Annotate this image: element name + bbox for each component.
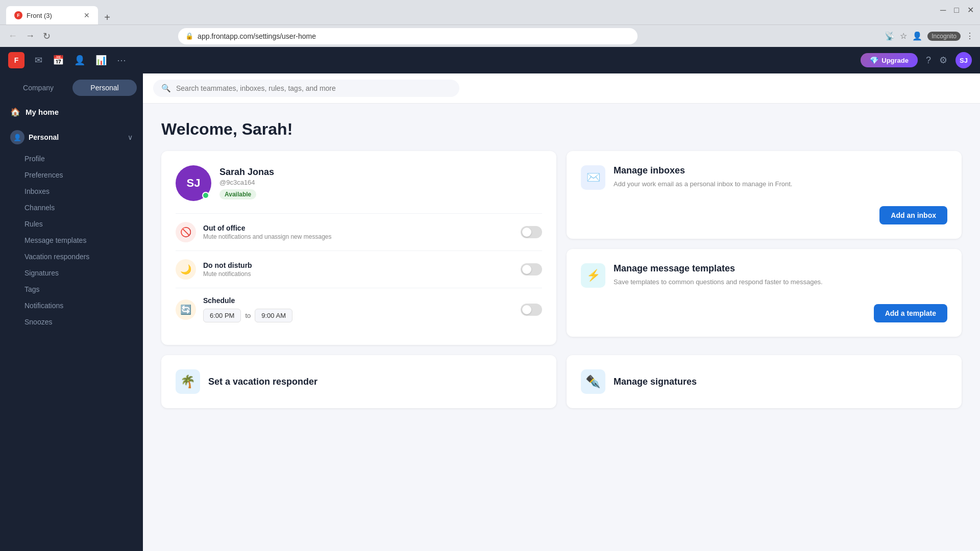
manage-templates-desc: Save templates to common questions and r… — [614, 277, 823, 287]
company-tab[interactable]: Company — [6, 80, 70, 96]
upgrade-button[interactable]: 💎 Upgrade — [861, 53, 918, 67]
personal-section-chevron: ∨ — [128, 133, 133, 141]
back-button[interactable]: ← — [6, 29, 19, 43]
forward-button[interactable]: → — [23, 29, 37, 43]
sidebar-item-snoozes[interactable]: Snoozes — [0, 314, 143, 330]
online-status-dot — [202, 192, 209, 199]
sidebar-item-profile[interactable]: Profile — [0, 151, 143, 167]
search-input[interactable] — [176, 84, 451, 92]
sidebar-item-vacation-responders[interactable]: Vacation responders — [0, 248, 143, 265]
tab-close-btn[interactable]: ✕ — [84, 11, 90, 19]
user-avatar: SJ — [176, 165, 211, 201]
profile-card: SJ Sarah Jonas @9c3ca164 Available 🚫 — [161, 151, 556, 345]
search-icon: 🔍 — [161, 84, 171, 93]
welcome-title: Welcome, Sarah! — [161, 120, 962, 139]
sidebar-item-preferences[interactable]: Preferences — [0, 167, 143, 183]
app-logo: F — [8, 52, 24, 68]
personal-section-header[interactable]: 👤 Personal ∨ — [0, 126, 143, 148]
manage-signatures-icon: ✒️ — [581, 369, 605, 394]
manage-signatures-card: ✒️ Manage signatures — [567, 355, 962, 408]
bookmark-icon[interactable]: ☆ — [900, 31, 907, 41]
do-not-disturb-row: 🌙 Do not disturb Mute notifications — [176, 251, 542, 288]
schedule-icon: 🔄 — [176, 299, 196, 320]
more-icon[interactable]: ⋯ — [115, 53, 128, 68]
manage-inboxes-icon: ✉️ — [581, 165, 605, 190]
tab-title: Front (3) — [27, 12, 80, 19]
manage-inboxes-title: Manage inboxes — [614, 165, 792, 176]
sidebar-item-channels[interactable]: Channels — [0, 199, 143, 216]
do-not-disturb-toggle[interactable] — [521, 263, 542, 276]
vacation-responder-title: Set a vacation responder — [208, 377, 317, 387]
contacts-icon[interactable]: 👤 — [72, 53, 87, 68]
sidebar-item-rules[interactable]: Rules — [0, 216, 143, 232]
my-home-nav-item[interactable]: 🏠 My home — [0, 102, 143, 122]
schedule-title: Schedule — [203, 296, 513, 305]
address-text: app.frontapp.com/settings/user-home — [198, 32, 630, 40]
analytics-icon[interactable]: 📊 — [93, 53, 109, 68]
home-icon: 🏠 — [10, 107, 20, 117]
more-options-icon[interactable]: ⋮ — [966, 31, 974, 41]
manage-inboxes-desc: Add your work email as a personal inbox … — [614, 179, 792, 189]
help-button[interactable]: ? — [926, 55, 931, 66]
sidebar-item-message-templates[interactable]: Message templates — [0, 232, 143, 248]
schedule-toggle[interactable] — [521, 304, 542, 316]
maximize-button[interactable]: □ — [954, 6, 959, 15]
sidebar-item-inboxes[interactable]: Inboxes — [0, 183, 143, 199]
availability-status: Available — [219, 189, 256, 199]
vacation-responder-icon: 🌴 — [176, 369, 200, 394]
sidebar-item-signatures[interactable]: Signatures — [0, 265, 143, 281]
user-handle: @9c3ca164 — [219, 179, 542, 186]
minimize-button[interactable]: ─ — [940, 6, 946, 15]
sidebar-item-tags[interactable]: Tags — [0, 281, 143, 297]
personal-tab[interactable]: Personal — [72, 80, 137, 96]
page-content: Welcome, Sarah! SJ Sarah Jonas @9c3ca164… — [143, 104, 980, 551]
address-bar[interactable]: 🔒 app.frontapp.com/settings/user-home — [178, 28, 638, 44]
manage-templates-card: ⚡ Manage message templates Save template… — [567, 249, 962, 337]
upgrade-icon: 💎 — [870, 56, 878, 64]
out-of-office-toggle[interactable] — [521, 226, 542, 238]
manage-inboxes-card: ✉️ Manage inboxes Add your work email as… — [567, 151, 962, 239]
user-name: Sarah Jonas — [219, 167, 542, 178]
active-tab[interactable]: F Front (3) ✕ — [6, 6, 98, 24]
sidebar: Company Personal 🏠 My home 👤 Personal ∨ … — [0, 73, 143, 551]
cast-icon[interactable]: 📡 — [885, 31, 895, 41]
manage-templates-title: Manage message templates — [614, 263, 823, 274]
settings-button[interactable]: ⚙ — [939, 55, 947, 66]
out-of-office-icon: 🚫 — [176, 222, 196, 242]
out-of-office-desc: Mute notifications and unassign new mess… — [203, 233, 513, 240]
add-template-button[interactable]: Add a template — [874, 304, 947, 322]
calendar-icon[interactable]: 📅 — [51, 53, 66, 68]
lock-icon: 🔒 — [185, 32, 193, 40]
manage-signatures-title: Manage signatures — [614, 377, 697, 387]
do-not-disturb-desc: Mute notifications — [203, 270, 513, 278]
inbox-icon[interactable]: ✉ — [33, 53, 44, 68]
refresh-button[interactable]: ↻ — [41, 29, 53, 44]
personal-section-icon: 👤 — [10, 130, 24, 144]
do-not-disturb-title: Do not disturb — [203, 261, 513, 269]
schedule-time-separator: to — [245, 312, 251, 319]
schedule-time-to[interactable]: 9:00 AM — [255, 309, 292, 322]
search-input-wrap[interactable]: 🔍 — [153, 80, 459, 97]
close-button[interactable]: ✕ — [967, 5, 974, 15]
do-not-disturb-icon: 🌙 — [176, 259, 196, 280]
profile-icon[interactable]: 👤 — [912, 31, 922, 41]
personal-nav-items: Profile Preferences Inboxes Channels Rul… — [0, 148, 143, 332]
out-of-office-title: Out of office — [203, 224, 513, 232]
manage-templates-icon: ⚡ — [581, 263, 605, 288]
new-tab-button[interactable]: + — [100, 10, 114, 24]
schedule-time-from[interactable]: 6:00 PM — [203, 309, 241, 322]
tab-favicon: F — [14, 11, 22, 19]
out-of-office-row: 🚫 Out of office Mute notifications and u… — [176, 213, 542, 251]
sidebar-item-notifications[interactable]: Notifications — [0, 297, 143, 314]
schedule-row: 🔄 Schedule 6:00 PM to 9:00 AM — [176, 288, 542, 331]
user-avatar-button[interactable]: SJ — [955, 52, 972, 68]
vacation-responder-card: 🌴 Set a vacation responder — [161, 355, 556, 408]
incognito-badge: Incognito — [927, 32, 961, 41]
search-bar-row: 🔍 — [143, 73, 980, 104]
add-inbox-button[interactable]: Add an inbox — [879, 206, 947, 224]
